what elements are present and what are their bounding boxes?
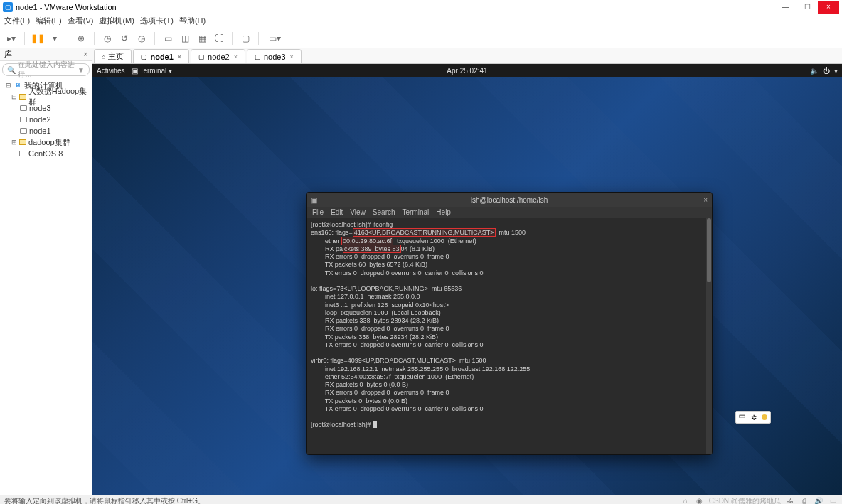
device-disk-icon[interactable]: ⌂ <box>681 497 691 505</box>
gnome-activities[interactable]: Activities <box>97 67 124 75</box>
terminal-close-button[interactable]: × <box>703 196 708 204</box>
terminal-line: TX packets 60 bytes 6572 (6.4 KiB) <box>311 261 427 268</box>
library-close-button[interactable]: × <box>83 50 87 58</box>
tab-label: 主页 <box>108 51 124 62</box>
term-menu-terminal[interactable]: Terminal <box>403 208 430 216</box>
terminal-body[interactable]: [root@localhost lsh]# ifconfig ens160: f… <box>307 218 712 454</box>
unity-button[interactable]: ◫ <box>178 31 192 45</box>
tab-close-button[interactable]: × <box>234 53 238 60</box>
device-cd-icon[interactable]: ◉ <box>695 497 705 505</box>
terminal-highlight: ckets 389 bytes 83 <box>343 245 401 253</box>
terminal-titlebar[interactable]: ▣ lsh@localhost:/home/lsh × <box>307 193 712 207</box>
tab-close-button[interactable]: × <box>290 53 294 60</box>
device-sound-icon[interactable]: 🔊 <box>814 497 824 505</box>
search-dropdown-icon[interactable]: ▼ <box>78 66 85 74</box>
terminal-icon: ▣ <box>311 196 317 204</box>
tab-label: node1 <box>150 53 173 61</box>
device-display-icon[interactable]: ▭ <box>828 497 838 505</box>
gnome-app-label: Terminal ▾ <box>139 67 172 75</box>
terminal-window[interactable]: ▣ lsh@localhost:/home/lsh × File Edit Vi… <box>306 192 713 455</box>
tab-close-button[interactable]: × <box>178 53 181 60</box>
gnome-clock[interactable]: Apr 25 02:41 <box>447 67 487 75</box>
device-usb-icon[interactable]: ⎙ <box>799 497 809 505</box>
scrollbar-thumb[interactable] <box>707 218 711 282</box>
terminal-line: lo: flags=73<UP,LOOPBACK,RUNNING> mtu 65… <box>311 285 462 292</box>
pause-dropdown[interactable]: ▾ <box>48 31 62 45</box>
ime-lang[interactable]: 中 <box>739 412 746 422</box>
window-titlebar: ▢ node1 - VMware Workstation — ☐ × <box>0 0 842 14</box>
vm-tree: ⊟ 🖥 我的计算机 ⊟ 大数据Hadoop集群 node3 node2 node… <box>0 78 92 161</box>
tree-label: node1 <box>29 127 51 135</box>
pause-button[interactable]: ❚❚ <box>31 31 45 45</box>
vm-icon: ▢ <box>198 53 205 60</box>
ime-indicator[interactable]: 中 ✲ <box>735 411 771 424</box>
terminal-scrollbar[interactable] <box>706 218 712 454</box>
tree-group-hadoop[interactable]: ⊟ 大数据Hadoop集群 <box>0 91 92 102</box>
terminal-line: ether 52:54:00:c8:a5:7f txqueuelen 1000 … <box>311 373 474 380</box>
tree-centos8[interactable]: CentOS 8 <box>0 148 92 159</box>
stretch-button[interactable]: ⛶ <box>212 31 226 45</box>
vm-icon: ▢ <box>255 53 261 60</box>
revert-snapshot-button[interactable]: ↺ <box>117 31 132 45</box>
library-search-input[interactable]: 🔍 在此处键入内容进行… ▼ <box>2 63 90 76</box>
window-minimize-button[interactable]: — <box>775 1 796 14</box>
terminal-line: RX errors 0 dropped 0 overruns 0 frame 0 <box>311 389 449 396</box>
tab-node2[interactable]: ▢ node2 × <box>191 49 245 63</box>
menu-help[interactable]: 帮助(H) <box>179 16 206 26</box>
vm-icon <box>20 117 27 122</box>
term-menu-help[interactable]: Help <box>436 208 451 216</box>
power-icon[interactable]: ⏻ <box>823 67 830 75</box>
term-menu-file[interactable]: File <box>312 208 324 216</box>
terminal-line: RX packets 0 bytes 0 (0.0 B) <box>311 381 408 388</box>
terminal-line: inet 127.0.0.1 netmask 255.0.0.0 <box>311 293 420 300</box>
terminal-line: TX errors 0 dropped 0 overruns 0 carrier… <box>311 341 483 348</box>
vm-console[interactable]: Activities ▣ Terminal ▾ Apr 25 02:41 🔈 ⏻… <box>92 64 842 495</box>
term-menu-view[interactable]: View <box>350 208 366 216</box>
device-network-icon[interactable]: 🖧 <box>785 497 795 505</box>
thumbnail-button[interactable]: ▦ <box>195 31 209 45</box>
terminal-line: TX errors 0 dropped 0 overruns 0 carrier… <box>311 269 483 277</box>
tab-node1[interactable]: ▢ node1 × <box>133 49 189 63</box>
tree-toggle-icon[interactable]: ⊟ <box>6 82 11 89</box>
tree-toggle-icon[interactable]: ⊞ <box>11 139 17 146</box>
tree-node2[interactable]: node2 <box>0 114 92 125</box>
ime-keyboard-icon[interactable]: ✲ <box>751 414 757 422</box>
volume-icon[interactable]: 🔈 <box>810 67 819 75</box>
menu-vm[interactable]: 虚拟机(M) <box>99 16 134 26</box>
terminal-line: 04 (8.1 KiB) <box>401 245 435 252</box>
snapshot-manager-button[interactable]: ◶ <box>134 31 149 45</box>
view-dropdown-button[interactable]: ▭▾ <box>265 31 284 45</box>
window-close-button[interactable]: × <box>818 1 839 14</box>
tab-node3[interactable]: ▢ node3 × <box>247 49 302 63</box>
vmware-icon: ▢ <box>3 2 13 12</box>
fullscreen-button[interactable]: ▭ <box>161 31 175 45</box>
terminal-line: RX packets 338 bytes 28934 (28.2 KiB) <box>311 317 439 324</box>
tree-node1[interactable]: node1 <box>0 125 92 136</box>
system-menu-caret-icon[interactable]: ▾ <box>834 67 838 75</box>
power-dropdown-button[interactable]: ▸▾ <box>4 31 18 45</box>
menu-file[interactable]: 文件(F) <box>4 16 30 26</box>
send-ctrl-alt-del-button[interactable]: ⊕ <box>74 31 88 45</box>
vm-icon <box>19 151 26 156</box>
tree-group-dadoop[interactable]: ⊞ dadoop集群 <box>0 136 92 148</box>
terminal-line: [root@localhost lsh]# ifconfig <box>311 221 393 228</box>
snapshot-button[interactable]: ◷ <box>100 31 114 45</box>
terminal-line: inet6 ::1 prefixlen 128 scopeid 0x10<hos… <box>311 301 449 309</box>
gnome-app-menu[interactable]: ▣ Terminal ▾ <box>132 67 172 75</box>
term-menu-search[interactable]: Search <box>373 208 395 216</box>
menu-tabs[interactable]: 选项卡(T) <box>140 16 174 26</box>
menubar: 文件(F) 编辑(E) 查看(V) 虚拟机(M) 选项卡(T) 帮助(H) <box>0 14 842 28</box>
home-icon: ⌂ <box>102 53 105 60</box>
tree-toggle-icon[interactable]: ⊟ <box>11 93 17 100</box>
menu-edit[interactable]: 编辑(E) <box>36 16 62 26</box>
window-maximize-button[interactable]: ☐ <box>796 1 818 14</box>
console-view-button[interactable]: ▢ <box>238 31 252 45</box>
vm-icon: ▢ <box>141 53 147 60</box>
tab-home[interactable]: ⌂ 主页 <box>94 49 132 63</box>
terminal-line: txqueuelen 1000 (Ethernet) <box>393 237 476 245</box>
terminal-menubar: File Edit View Search Terminal Help <box>307 207 712 218</box>
menu-view[interactable]: 查看(V) <box>68 16 94 26</box>
terminal-line: inet 192.168.122.1 netmask 255.255.255.0… <box>311 365 530 372</box>
term-menu-edit[interactable]: Edit <box>331 208 343 216</box>
vm-icon <box>20 128 27 134</box>
